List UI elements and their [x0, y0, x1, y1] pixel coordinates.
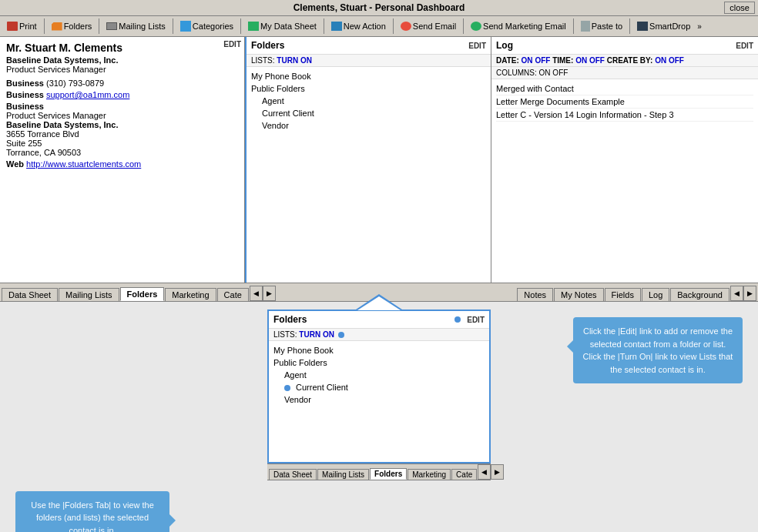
categories-button[interactable]: Categories	[176, 18, 237, 34]
right-tabs-scroll-right[interactable]: ▶	[743, 286, 756, 301]
send-email-button[interactable]: Send Email	[397, 19, 460, 33]
date-off-link[interactable]: OFF	[535, 56, 550, 65]
address-city: Torrance, CA 90503	[6, 148, 238, 157]
zoomed-scroll-left[interactable]: ◀	[478, 464, 491, 480]
toolbar-more[interactable]: »	[697, 22, 702, 31]
right-tabs-scroll-left[interactable]: ◀	[730, 286, 743, 301]
log-edit-link[interactable]: EDIT	[736, 42, 753, 50]
zoomed-tabs: Data Sheet Mailing Lists Folders Marketi…	[267, 463, 491, 480]
zoomed-folders-header: Folders EDIT	[269, 311, 489, 329]
tooltip-right: Click the |Edit| link to add or remove t…	[573, 317, 743, 383]
lists-label: LISTS:	[251, 56, 275, 65]
tab-folders[interactable]: Folders	[120, 287, 165, 301]
marketing-icon	[471, 22, 481, 31]
print-button[interactable]: Print	[3, 19, 41, 33]
folders-title: Folders	[251, 40, 284, 51]
zoomed-scroll-right[interactable]: ▶	[491, 464, 504, 480]
smartdrop-button[interactable]: SmartDrop	[633, 19, 694, 33]
edit-dot-indicator	[454, 316, 461, 323]
log-panel: Log EDIT DATE: ON OFF TIME: ON OFF CREAT…	[491, 37, 758, 283]
log-entry-0: Merged with Contact	[496, 82, 753, 95]
separator	[463, 18, 464, 34]
separator	[44, 18, 45, 34]
zoomed-folders-subheader: LISTS: TURN ON	[269, 329, 489, 341]
folders-subheader: LISTS: TURN ON	[247, 55, 491, 67]
zoomed-folders-panel: Folders EDIT LISTS: TURN ON My Phone Boo…	[267, 309, 491, 463]
tabs-scroll-left[interactable]: ◀	[250, 286, 263, 301]
email-link[interactable]: support@oa1mm.com	[46, 90, 129, 99]
tabs-scroll-right[interactable]: ▶	[263, 286, 276, 301]
separator	[393, 18, 394, 34]
tab-data-sheet[interactable]: Data Sheet	[2, 288, 58, 301]
web-link[interactable]: http://www.stuartclements.com	[26, 159, 141, 169]
tab-marketing[interactable]: Marketing	[165, 288, 216, 301]
log-entry-2: Letter C - Version 14 Login Information …	[496, 109, 753, 122]
zoomed-folder-current-client: Current Client	[284, 381, 485, 393]
my-data-sheet-button[interactable]: My Data Sheet	[244, 19, 320, 33]
zoomed-tab-folders[interactable]: Folders	[370, 468, 407, 480]
zoomed-lists-label: LISTS:	[273, 330, 297, 339]
folder-item-my-phone-book: My Phone Book	[251, 70, 486, 82]
zoomed-tab-cate[interactable]: Cate	[451, 469, 477, 480]
folder-item-current-client: Current Client	[262, 107, 486, 119]
phone-value: (310) 793-0879	[46, 79, 104, 88]
print-icon	[7, 22, 18, 31]
close-button[interactable]: close	[724, 2, 755, 14]
mail-icon	[106, 22, 117, 30]
contact-email-field: Business support@oa1mm.com	[6, 90, 238, 99]
date-on-link[interactable]: ON	[522, 56, 533, 65]
paste-to-button[interactable]: Paste to	[577, 18, 626, 34]
zoomed-edit-link[interactable]: EDIT	[467, 316, 485, 324]
zoomed-tab-marketing[interactable]: Marketing	[408, 469, 451, 480]
main-content: EDIT Mr. Stuart M. Clements Baseline Dat…	[0, 37, 758, 283]
paste-icon	[581, 21, 590, 32]
createby-off-link[interactable]: OFF	[669, 56, 684, 65]
folder-item-agent: Agent	[262, 95, 486, 107]
send-marketing-button[interactable]: Send Marketing Email	[467, 19, 570, 33]
current-client-dot	[284, 385, 290, 391]
zoomed-tab-data-sheet[interactable]: Data Sheet	[269, 469, 317, 480]
columns-off-link[interactable]: OFF	[552, 69, 568, 77]
createby-on-link[interactable]: ON	[655, 56, 666, 65]
zoomed-edit-area: EDIT	[454, 316, 485, 324]
separator	[324, 18, 324, 34]
smartdrop-icon	[637, 22, 648, 31]
zoomed-tab-mailing-lists[interactable]: Mailing Lists	[317, 469, 369, 480]
zoomed-folder-agent: Agent	[284, 369, 485, 381]
new-action-button[interactable]: New Action	[327, 19, 390, 33]
contact-web-field: Web http://www.stuartclements.com	[6, 159, 238, 169]
time-off-link[interactable]: OFF	[589, 56, 605, 65]
tab-mailing-lists[interactable]: Mailing Lists	[59, 288, 119, 301]
folders-header: Folders EDIT	[247, 37, 491, 55]
tab-cate[interactable]: Cate	[217, 288, 249, 301]
log-subheader: DATE: ON OFF TIME: ON OFF CREATE BY: ON …	[491, 55, 758, 67]
datasheet-icon	[248, 22, 259, 31]
folder-item-vendor: Vendor	[262, 119, 486, 132]
folder-icon	[52, 22, 62, 31]
zoomed-folder-public-folders: Public Folders	[273, 356, 485, 369]
tab-background[interactable]: Background	[670, 288, 729, 301]
address-street: 3655 Torrance Blvd	[6, 129, 238, 139]
time-on-link[interactable]: ON	[575, 56, 587, 65]
contact-panel: EDIT Mr. Stuart M. Clements Baseline Dat…	[0, 37, 245, 283]
email-label: Business	[6, 90, 46, 99]
tab-my-notes[interactable]: My Notes	[554, 288, 603, 301]
tab-fields[interactable]: Fields	[605, 288, 641, 301]
newaction-icon	[331, 22, 342, 31]
tab-log[interactable]: Log	[642, 288, 669, 301]
contact-phone-field: Business (310) 793-0879	[6, 79, 238, 88]
zoomed-folders-content: My Phone Book Public Folders Agent Curre…	[269, 341, 489, 409]
folders-edit-link[interactable]: EDIT	[468, 42, 486, 50]
zoomed-turn-on-link[interactable]: TURN ON	[299, 330, 334, 339]
columns-on-link[interactable]: ON	[539, 69, 551, 77]
contact-name: Mr. Stuart M. Clements	[6, 42, 238, 54]
turn-on-link[interactable]: TURN ON	[277, 56, 312, 65]
folders-button[interactable]: Folders	[48, 19, 96, 33]
log-content: Merged with Contact Letter Merge Documen…	[491, 79, 758, 283]
mailing-lists-button[interactable]: Mailing Lists	[102, 19, 169, 33]
folder-item-public-folders: Public Folders	[251, 82, 486, 95]
contact-company: Baseline Data Systems, Inc.	[6, 55, 238, 65]
contact-edit-link[interactable]: EDIT	[223, 40, 241, 49]
tab-notes[interactable]: Notes	[517, 288, 553, 301]
address-label: Business	[6, 102, 44, 111]
